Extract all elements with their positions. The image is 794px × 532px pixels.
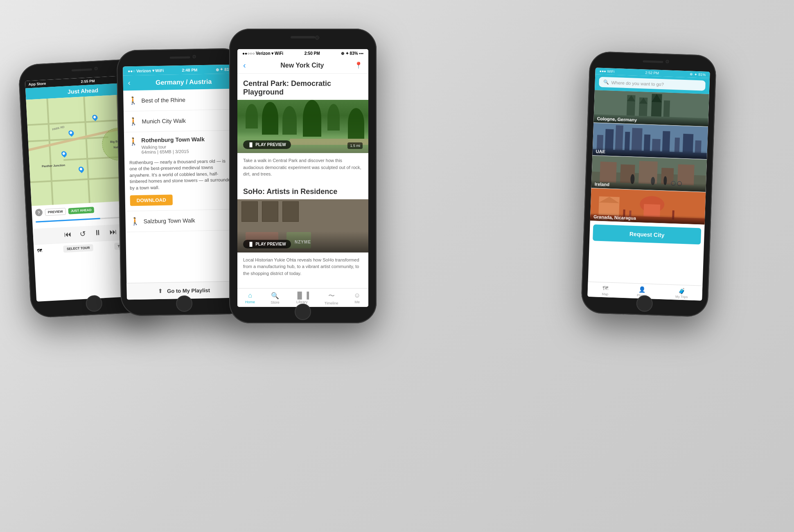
nyc-time: 2:50 PM: [305, 51, 320, 56]
forward-icon[interactable]: ⏭: [109, 228, 117, 237]
preview-button[interactable]: PREVIEW: [45, 207, 66, 216]
places-time: 2:52 PM: [645, 71, 659, 75]
tour-item-salzburg[interactable]: 🚶 Salzburg Town Walk: [125, 209, 240, 232]
rothenburg-subtitle: Walking tour 64mins | 65MB | 3/2015: [141, 144, 205, 155]
phone-speaker: [72, 68, 92, 72]
nav-me[interactable]: ☺ Me: [354, 292, 361, 305]
panther-junction-label: Panther Junction: [42, 163, 65, 168]
germany-time: 2:48 PM: [182, 68, 197, 72]
back-arrow-nyc[interactable]: ‹: [243, 61, 246, 70]
soho-title: SoHo: Artists in Residence: [237, 182, 368, 199]
tour-item-munich[interactable]: 🚶 Munich City Walk: [124, 110, 239, 133]
phone-camera-places: [665, 60, 669, 63]
nav-store[interactable]: 🔍 Store: [271, 292, 280, 305]
bar-chart-icon: ▐▌: [248, 142, 254, 147]
map-pin-1: [91, 114, 99, 121]
store-icon: 🔍: [271, 292, 279, 300]
tour-icon-rothenburg: 🚶: [129, 137, 138, 146]
home-button-nyc[interactable]: [295, 304, 311, 320]
tour-name-munich: Munich City Walk: [142, 117, 186, 125]
map-title: Just Ahead: [68, 87, 99, 95]
road-label: PARK RD: [52, 125, 65, 131]
search-icon: 🔍: [603, 79, 609, 85]
phone-camera-germany: [193, 55, 196, 58]
phone-places: ●●● WiFi 2:52 PM ⊕ ✦ 81% 🔍 Where do you …: [581, 51, 717, 317]
bar-chart-icon-soho: ▐▌: [248, 242, 254, 246]
home-button-germany[interactable]: [176, 295, 193, 312]
map-icon: 🗺: [602, 285, 609, 291]
germany-carrier: ●●○ Verizon ▾ WiFi: [128, 68, 164, 73]
home-button-places[interactable]: [636, 295, 653, 312]
tour-name-salzburg: Salzburg Town Walk: [144, 217, 195, 224]
nav-map-places[interactable]: 🗺 Map: [602, 285, 608, 296]
pause-icon[interactable]: ⏸: [94, 228, 102, 238]
nav-mytrips[interactable]: 🧳 My Trips: [675, 287, 688, 299]
select-tour-btn[interactable]: SELECT TOUR: [63, 244, 93, 253]
rothenburg-description: Rothenburg — nearly a thousand years old…: [129, 158, 235, 191]
phone-nyc: ●●○○○ Verizon ▾ WiFi 2:50 PM ⊕ ✦ 83% ▪▪▪…: [229, 29, 377, 323]
central-park-image: ▐▌ PLAY PREVIEW 1.5 mi: [237, 100, 368, 153]
phone-speaker-places: [643, 60, 663, 63]
help-button[interactable]: ?: [35, 209, 43, 216]
places-icon: 👤: [638, 286, 646, 293]
phone-germany: ●●○ Verizon ▾ WiFi 2:48 PM ⊕ ✦ 81% ‹ Ger…: [116, 48, 248, 316]
play-preview-central-park[interactable]: ▐▌ PLAY PREVIEW: [243, 140, 291, 149]
soho-desc: Local Historian Yukie Ohta reveals how S…: [237, 252, 368, 281]
places-carrier: ●●● WiFi: [599, 69, 614, 74]
nav-home[interactable]: ⌂ Home: [245, 292, 255, 305]
nyc-content: Central Park: Democratic Playground ▐: [237, 74, 368, 282]
location-icon[interactable]: 📍: [354, 61, 363, 69]
just-ahead-button[interactable]: JUST AHEAD: [68, 207, 94, 214]
place-cologne[interactable]: Cologne, Germany Cologne, Germany: [593, 90, 709, 127]
phone-speaker-nyc: [291, 36, 315, 38]
germany-title: Germany / Austria: [135, 77, 233, 86]
tour-detail-rothenburg: 🚶 Rothenburg Town Walk Walking tour 64mi…: [124, 131, 240, 212]
nyc-status-bar: ●●○○○ Verizon ▾ WiFi 2:50 PM ⊕ ✦ 83% ▪▪▪: [237, 49, 368, 57]
search-placeholder: Where do you want to go?: [611, 80, 664, 86]
search-input[interactable]: 🔍 Where do you want to go?: [599, 77, 706, 91]
nav-timeline[interactable]: 〜 Timeline: [325, 292, 338, 305]
nyc-header: ‹ New York City 📍: [237, 57, 368, 74]
phone-camera-nyc: [315, 36, 319, 40]
me-icon: ☺: [354, 292, 361, 299]
home-icon: ⌂: [248, 292, 252, 299]
request-city-button[interactable]: Request City: [593, 224, 701, 244]
places-battery: ⊕ ✦ 81%: [690, 72, 706, 77]
download-button[interactable]: DOWNLOAD: [130, 194, 173, 206]
map-time: 2:55 PM: [81, 79, 95, 84]
tour-item-rhine[interactable]: 🚶 Best of the Rhine: [123, 89, 238, 112]
places-screen: ●●● WiFi 2:52 PM ⊕ ✦ 81% 🔍 Where do you …: [587, 68, 710, 300]
map-pin-3: [60, 150, 68, 158]
central-park-desc: Take a walk in Central Park and discover…: [237, 153, 368, 182]
replay-icon[interactable]: ↺: [79, 229, 86, 239]
nyc-city-title: New York City: [250, 62, 354, 69]
tour-icon-rhine: 🚶: [128, 96, 137, 105]
phone-camera: [95, 67, 98, 70]
svg-rect-30: [677, 164, 695, 185]
play-preview-soho[interactable]: ▐▌ PLAY PREVIEW: [243, 240, 291, 248]
nyc-battery: ⊕ ✦ 83% ▪▪▪: [341, 51, 363, 56]
soho-image: NZYME ▐▌ PLAY PREVIEW: [237, 199, 368, 252]
central-park-title: Central Park: Democratic Playground: [237, 74, 368, 100]
playlist-label[interactable]: Go to My Playlist: [167, 287, 210, 294]
tour-icon-munich: 🚶: [129, 117, 138, 126]
map-pin-2: [68, 129, 75, 137]
tour-name-rhine: Best of the Rhine: [141, 97, 185, 104]
place-nicaragua[interactable]: Granada, Nicaragua Granada, Nicaragua: [590, 188, 706, 225]
place-ireland[interactable]: Ireland Ireland: [591, 156, 707, 192]
germany-screen: ●●○ Verizon ▾ WiFi 2:48 PM ⊕ ✦ 81% ‹ Ger…: [123, 65, 241, 300]
timeline-icon: 〜: [328, 292, 335, 300]
svg-rect-26: [600, 162, 617, 183]
germany-header: ‹ Germany / Austria: [123, 74, 238, 91]
rewind-icon[interactable]: ⏮: [64, 230, 72, 239]
share-icon[interactable]: ⬆: [158, 288, 163, 294]
nyc-screen: ●●○○○ Verizon ▾ WiFi 2:50 PM ⊕ ✦ 83% ▪▪▪…: [237, 49, 368, 307]
place-uae[interactable]: UAE UAE: [592, 123, 708, 160]
phone-speaker-germany: [170, 56, 190, 59]
rothenburg-title: Rothenburg Town Walk: [141, 136, 205, 144]
nyc-carrier: ●●○○○ Verizon ▾ WiFi: [242, 51, 283, 56]
back-arrow-germany[interactable]: ‹: [128, 79, 131, 87]
tour-icon-salzburg: 🚶: [130, 217, 139, 226]
map-carrier: App Store: [28, 81, 46, 86]
library-icon: ▐▌▐: [295, 292, 309, 299]
